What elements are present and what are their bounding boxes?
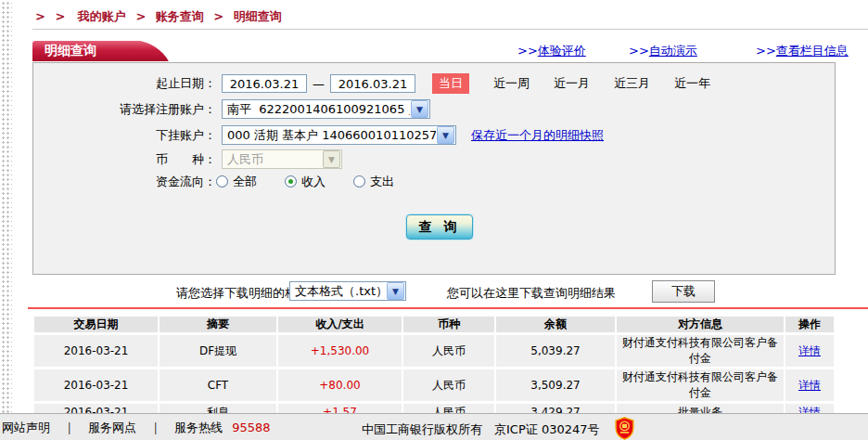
frame-dotted-border <box>0 0 12 413</box>
breadcrumb-separator: > <box>213 9 223 23</box>
download-format-select[interactable]: 文本格式（.txt） ▼ <box>289 281 406 301</box>
table-row: 2016-03-21 DF提现 +1,530.00 人民币 5,039.27 财… <box>34 335 834 367</box>
tab-detail-query: 明细查询 <box>32 41 143 61</box>
cell-date: 2016-03-21 <box>34 335 158 367</box>
register-account-label: 请选择注册账户： <box>33 101 216 118</box>
cell-counterparty: 财付通支付科技有限公司客户备付金 <box>617 335 784 367</box>
date-range-row: 起止日期： — 当日 近一周 近一月 近三月 近一年 <box>33 73 835 94</box>
download-hint: 您可以在这里下载查询明细结果 <box>447 285 616 302</box>
dropdown-arrow-icon: ▼ <box>323 150 340 168</box>
header-currency: 币种 <box>403 317 494 332</box>
radio-icon[interactable] <box>353 175 365 188</box>
register-account-select[interactable]: 南平 6222001406100921065 灵通卡 ▼ <box>222 99 430 119</box>
footer-copyright: 中国工商银行版权所有 京ICP证 030247号 <box>362 421 600 438</box>
breadcrumb-item-my-account[interactable]: 我的账户 <box>78 9 126 23</box>
detail-link[interactable]: 详情 <box>798 344 821 357</box>
icbc-detail-query-page: > > 我的账户 > 账务查询 > 明细查询 明细查询 >>体验评价 >>自动演… <box>0 0 868 440</box>
footer-link-site-statement[interactable]: 网站声明 <box>2 421 50 434</box>
header-date: 交易日期 <box>34 317 158 332</box>
fund-flow-row: 资金流向： 全部 收入 支出 <box>33 174 835 190</box>
currency-select-disabled: 人民币 ▼ <box>222 149 342 169</box>
range-last-year-button[interactable]: 近一年 <box>674 75 710 92</box>
breadcrumb-arrows-icon: > > <box>35 9 68 23</box>
breadcrumb-divider <box>32 29 868 30</box>
date-range-dash: — <box>313 77 325 91</box>
footer-hotline-number: 95588 <box>232 421 270 434</box>
radio-checked-icon[interactable] <box>285 175 297 188</box>
cell-date: 2016-03-21 <box>34 369 158 401</box>
link-auto-demo[interactable]: >>自动演示 <box>629 43 697 59</box>
query-button[interactable]: 查 询 <box>406 214 473 239</box>
save-monthly-snapshot-link[interactable]: 保存近一个月的明细快照 <box>471 127 604 144</box>
header-counterparty: 对方信息 <box>617 317 784 332</box>
flow-option-income[interactable]: 收入 <box>285 174 326 190</box>
footer: 网站声明 ｜ 服务网点 ｜ 服务热线 95588 中国工商银行版权所有 京ICP… <box>0 413 868 440</box>
tab-title: 明细查询 <box>45 43 96 59</box>
sub-account-row: 下挂账户： 000 活期 基本户 1406600101102571848 ▼ 保… <box>33 125 835 145</box>
public-security-shield-icon[interactable] <box>615 417 634 440</box>
transactions-table: 交易日期 摘要 收入/支出 币种 余额 对方信息 操作 2016-03-21 D… <box>32 314 836 423</box>
cell-balance: 5,039.27 <box>496 335 615 367</box>
sub-account-select[interactable]: 000 活期 基本户 1406600101102571848 ▼ <box>222 125 456 145</box>
range-last-3-months-button[interactable]: 近三月 <box>614 75 650 92</box>
footer-separator: ｜ <box>149 421 161 434</box>
footer-links: 网站声明 ｜ 服务网点 ｜ 服务热线 95588 <box>2 420 271 436</box>
header-balance: 余额 <box>496 317 615 332</box>
table-header-row: 交易日期 摘要 收入/支出 币种 余额 对方信息 操作 <box>34 317 834 332</box>
table-row: 2016-03-21 CFT +80.00 人民币 3,509.27 财付通支付… <box>34 369 834 401</box>
breadcrumb-item-account-query[interactable]: 账务查询 <box>156 9 204 23</box>
link-view-column-info[interactable]: >>查看栏目信息 <box>756 43 849 59</box>
footer-copyright-area: 中国工商银行版权所有 京ICP证 030247号 <box>362 420 634 440</box>
date-to-input[interactable] <box>330 74 415 93</box>
detail-link[interactable]: 详情 <box>798 379 821 392</box>
dropdown-arrow-icon[interactable]: ▼ <box>411 100 428 118</box>
footer-separator: ｜ <box>63 421 75 434</box>
date-range-label: 起止日期： <box>33 75 216 92</box>
flow-option-expense[interactable]: 支出 <box>353 174 394 190</box>
date-from-input[interactable] <box>222 74 307 93</box>
breadcrumb: > > 我的账户 > 账务查询 > 明细查询 <box>35 8 282 25</box>
cell-summary: DF提现 <box>160 335 276 367</box>
link-experience-rating[interactable]: >>体验评价 <box>517 43 586 59</box>
radio-icon[interactable] <box>216 175 228 188</box>
breadcrumb-separator: > <box>135 9 146 23</box>
cell-amount: +1,530.00 <box>278 335 402 367</box>
dropdown-arrow-icon[interactable]: ▼ <box>437 126 454 144</box>
footer-hotline-label: 服务热线 <box>174 421 223 434</box>
range-last-week-button[interactable]: 近一周 <box>493 75 530 92</box>
header-amount: 收入/支出 <box>278 317 402 332</box>
range-last-month-button[interactable]: 近一月 <box>554 75 590 92</box>
header-summary: 摘要 <box>160 317 276 332</box>
query-form-panel: 起止日期： — 当日 近一周 近一月 近三月 近一年 请选择注册账户： 南平 6… <box>32 62 836 275</box>
register-account-row: 请选择注册账户： 南平 6222001406100921065 灵通卡 ▼ <box>33 99 835 119</box>
dropdown-arrow-icon[interactable]: ▼ <box>387 282 404 300</box>
sub-account-value: 000 活期 基本户 1406600101102571848 <box>223 127 436 144</box>
currency-row: 币 种： 人民币 ▼ <box>33 149 835 169</box>
cell-amount: +80.00 <box>278 369 402 401</box>
red-divider <box>28 307 868 309</box>
cell-action: 详情 <box>785 335 834 367</box>
cell-balance: 3,509.27 <box>496 369 615 401</box>
register-account-value: 南平 6222001406100921065 灵通卡 <box>223 101 410 118</box>
flow-option-all[interactable]: 全部 <box>216 174 257 190</box>
sub-account-label: 下挂账户： <box>33 127 216 144</box>
header-action: 操作 <box>785 317 834 332</box>
download-row: 请您选择下载明细的格式 文本格式（.txt） ▼ 您可以在这里下载查询明细结果 … <box>32 280 868 304</box>
cell-counterparty: 财付通支付科技有限公司客户备付金 <box>617 369 784 401</box>
range-today-button[interactable]: 当日 <box>432 73 469 94</box>
download-button[interactable]: 下载 <box>652 280 715 303</box>
fund-flow-label: 资金流向： <box>33 174 216 190</box>
download-format-value: 文本格式（.txt） <box>290 283 386 300</box>
cell-currency: 人民币 <box>403 369 494 401</box>
cell-currency: 人民币 <box>403 335 494 367</box>
currency-label: 币 种： <box>33 151 216 168</box>
cell-summary: CFT <box>160 369 276 401</box>
breadcrumb-item-detail-query[interactable]: 明细查询 <box>234 9 282 23</box>
cell-action: 详情 <box>785 369 834 401</box>
currency-value: 人民币 <box>223 151 322 168</box>
footer-link-service-outlets[interactable]: 服务网点 <box>88 421 136 434</box>
